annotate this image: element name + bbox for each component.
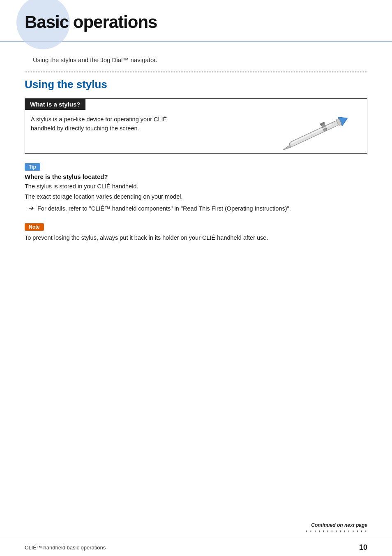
note-text: To prevent losing the stylus, always put… (25, 233, 367, 243)
main-section: Using the stylus What is a stylus? A sty… (25, 72, 367, 243)
info-box-title: What is a stylus? (25, 99, 85, 110)
svg-rect-6 (291, 123, 332, 144)
svg-marker-1 (282, 145, 291, 151)
continued-dots: • • • • • • • • • • • • • • • (306, 529, 367, 533)
tip-block: Tip Where is the stylus located? The sty… (25, 163, 367, 215)
footer-page-number: 10 (359, 543, 367, 552)
info-box-text: A stylus is a pen-like device for operat… (31, 115, 171, 133)
section-divider (25, 72, 367, 72)
info-box-body: A stylus is a pen-like device for operat… (25, 110, 367, 153)
tip-heading: Where is the stylus located? (25, 173, 367, 180)
tip-arrow-item: ➔ For details, refer to "CLIÉ™ handheld … (29, 204, 367, 214)
tip-label: Tip (25, 163, 40, 171)
tip-arrow-text: For details, refer to "CLIÉ™ handheld co… (37, 204, 291, 213)
stylus-illustration (271, 115, 361, 148)
note-label: Note (25, 223, 44, 231)
arrow-icon: ➔ (29, 204, 34, 212)
info-box: What is a stylus? A stylus is a pen-like… (25, 98, 367, 154)
stylus-svg (273, 103, 360, 164)
page-footer: CLIÉ™ handheld basic operations 10 (0, 539, 392, 556)
tip-line-2: The exact storage location varies depend… (25, 192, 367, 202)
continued-notice: Continued on next page • • • • • • • • •… (306, 521, 367, 533)
note-block: Note To prevent losing the stylus, alway… (25, 223, 367, 243)
tip-line-1: The stylus is stored in your CLIÉ handhe… (25, 182, 367, 191)
footer-left-text: CLIÉ™ handheld basic operations (25, 544, 106, 551)
continued-text: Continued on next page (311, 522, 367, 528)
page-subtitle: Using the stylus and the Jog Dial™ navig… (0, 50, 392, 72)
page-header: Basic operations (0, 0, 392, 42)
section-title: Using the stylus (25, 78, 367, 91)
page-title: Basic operations (0, 0, 392, 37)
